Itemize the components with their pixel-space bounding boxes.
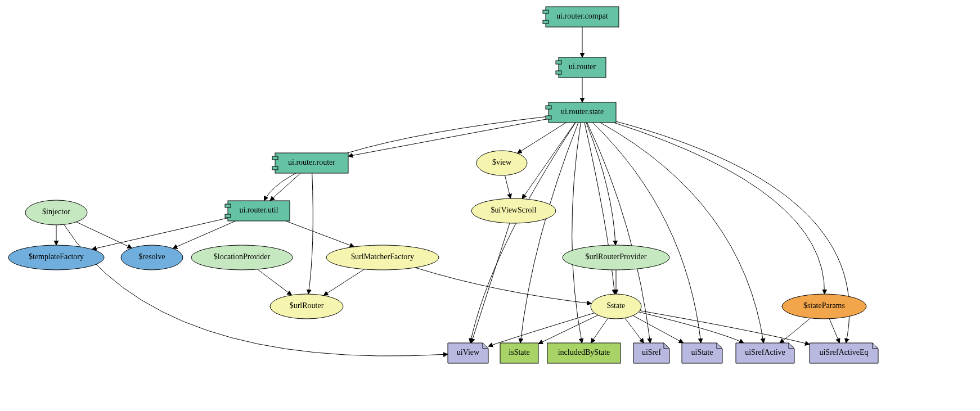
node-label: uiSrefActive	[745, 348, 785, 356]
node-urlMatch: $urlMatcherFactory	[326, 245, 439, 270]
node-label: isState	[509, 348, 529, 356]
node-label: uiState	[691, 348, 713, 356]
edge-stateSvc-isState	[538, 315, 598, 344]
edge-stateParams-uiSrefActive	[780, 318, 811, 343]
node-urlRouterProv: $urlRouterProvider	[563, 245, 669, 270]
node-label: $resolve	[138, 252, 165, 261]
node-label: $templateFactory	[29, 252, 84, 261]
node-label: ui.router.compat	[556, 12, 608, 20]
edge-injector-uiView	[64, 224, 448, 356]
svg-rect-1	[543, 10, 549, 13]
node-label: ui.router.state	[561, 107, 604, 116]
dependency-graph: ui.router.compatui.routerui.router.state…	[0, 0, 980, 411]
svg-rect-2	[543, 20, 549, 24]
node-uiSrefActive: uiSrefActive	[736, 343, 794, 363]
edge-urlMatch-stateSvc	[415, 268, 591, 304]
edge-state-urlRouterProv	[586, 123, 615, 245]
node-label: $injector	[42, 207, 70, 216]
edge-util-tplFactory	[92, 218, 228, 250]
node-uiSref: uiSref	[633, 343, 669, 363]
edge-state-stateParams	[614, 123, 825, 294]
edge-state-routerrouter	[348, 119, 549, 156]
node-isState: isState	[500, 343, 538, 363]
node-tplFactory: $templateFactory	[8, 245, 104, 270]
node-uiState: uiState	[682, 343, 722, 363]
node-label: $view	[492, 158, 512, 166]
edge-injector-resolve	[77, 222, 132, 248]
svg-rect-13	[225, 204, 231, 207]
edge-routerrouter-util	[270, 173, 300, 201]
node-label: $locationProvider	[214, 252, 271, 261]
edge-routerrouter-urlRouter	[308, 173, 313, 294]
node-util: ui.router.util	[225, 201, 290, 221]
node-injector: $injector	[25, 200, 87, 225]
edge-urlMatch-urlRouter	[323, 269, 364, 296]
edge-util-resolve	[173, 221, 236, 249]
edge-stateSvc-uiView	[488, 313, 595, 346]
node-label: includedByState	[558, 348, 610, 356]
node-stateSvc: $state	[591, 294, 641, 319]
node-label: $urlMatcherFactory	[351, 252, 414, 261]
edge-stateParams-uiSrefActiveEq	[829, 319, 839, 343]
node-label: $uiViewScroll	[491, 206, 537, 214]
node-label: uiView	[457, 348, 480, 356]
node-uiSrefActiveEq: uiSrefActiveEq	[810, 343, 878, 363]
svg-rect-8	[546, 116, 551, 119]
svg-rect-4	[556, 61, 561, 64]
svg-rect-10	[272, 156, 278, 160]
node-stateParams: $stateParams	[782, 294, 866, 319]
node-compat: ui.router.compat	[543, 7, 619, 27]
edge-state-inclByState	[572, 123, 582, 343]
svg-rect-5	[556, 71, 561, 74]
node-view: $view	[476, 151, 527, 175]
svg-rect-14	[225, 214, 231, 218]
node-label: $stateParams	[803, 301, 845, 310]
node-label: $urlRouter	[290, 301, 324, 310]
node-label: $urlRouterProvider	[586, 252, 647, 261]
edge-stateSvc-inclByState	[591, 318, 608, 343]
edge-locProv-urlRouter	[258, 269, 292, 295]
node-uiView: uiView	[448, 343, 488, 363]
node-label: ui.router	[569, 62, 596, 71]
node-locProv: $locationProvider	[191, 245, 293, 270]
edge-uiViewScroll-uiView	[471, 223, 510, 343]
edge-util-urlMatch	[286, 221, 354, 247]
node-label: uiSrefActiveEq	[819, 348, 868, 356]
node-state: ui.router.state	[546, 102, 616, 123]
node-resolve: $resolve	[121, 245, 183, 270]
node-routerrouter: ui.router.router	[272, 153, 348, 173]
edge-stateSvc-uiSref	[625, 318, 644, 343]
edge-state-uiViewScroll	[522, 123, 575, 198]
node-urlRouter: $urlRouter	[270, 294, 343, 319]
node-router: ui.router	[556, 57, 606, 78]
node-uiViewScroll: $uiViewScroll	[471, 198, 556, 223]
node-inclByState: includedByState	[547, 343, 621, 363]
svg-rect-11	[272, 166, 278, 170]
node-label: ui.router.util	[239, 206, 278, 214]
edge-state-isState	[520, 123, 578, 343]
edge-view-uiViewScroll	[505, 175, 510, 198]
node-label: $state	[607, 301, 626, 310]
node-label: ui.router.router	[288, 158, 335, 166]
node-label: uiSref	[642, 348, 662, 356]
svg-rect-7	[546, 106, 551, 109]
